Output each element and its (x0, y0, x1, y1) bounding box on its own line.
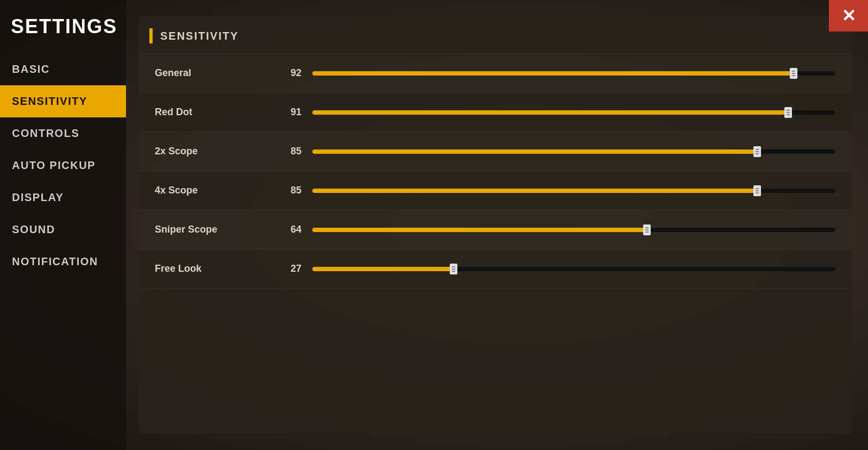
slider-value-red-dot: 91 (274, 107, 301, 118)
slider-thumb-4x-scope[interactable] (753, 185, 761, 196)
slider-row-2x-scope: 2x Scope85 (139, 132, 852, 171)
slider-label-free-look: Free Look (155, 263, 274, 274)
app-title: SETTINGS (0, 5, 126, 53)
section-header: SENSITIVITY (139, 16, 852, 54)
slider-row-general: General92 (139, 54, 852, 93)
slider-value-general: 92 (274, 67, 301, 79)
slider-thumb-general[interactable] (790, 68, 797, 79)
slider-fill-2x-scope (312, 149, 757, 154)
slider-value-free-look: 27 (274, 263, 301, 274)
section-indicator (149, 28, 153, 43)
slider-track-2x-scope[interactable] (312, 149, 835, 154)
slider-fill-free-look (312, 267, 454, 271)
slider-fill-4x-scope (312, 189, 757, 193)
close-button[interactable]: ✕ (829, 0, 868, 32)
main-panel: SENSITIVITY General92Red Dot912x Scope85… (139, 16, 852, 434)
slider-track-general[interactable] (312, 71, 835, 76)
nav-item-notification[interactable]: NOTIFICATION (0, 246, 126, 278)
slider-value-4x-scope: 85 (274, 185, 301, 196)
nav-item-basic[interactable]: BASIC (0, 53, 126, 85)
slider-row-free-look: Free Look27 (139, 249, 852, 289)
close-icon: ✕ (841, 7, 856, 24)
nav-menu: BASICSENSITIVITYCONTROLSAUTO PICKUPDISPL… (0, 53, 126, 278)
slider-value-2x-scope: 85 (274, 146, 301, 157)
slider-thumb-2x-scope[interactable] (753, 146, 761, 157)
slider-fill-red-dot (312, 110, 788, 115)
nav-item-sensitivity[interactable]: SENSITIVITY (0, 85, 126, 117)
slider-label-red-dot: Red Dot (155, 107, 274, 118)
slider-label-4x-scope: 4x Scope (155, 185, 274, 196)
nav-item-sound[interactable]: SOUND (0, 214, 126, 246)
section-title: SENSITIVITY (160, 30, 238, 42)
nav-item-auto-pickup[interactable]: AUTO PICKUP (0, 149, 126, 182)
slider-row-sniper-scope: Sniper Scope64 (139, 210, 852, 249)
slider-fill-general (312, 71, 794, 76)
slider-track-4x-scope[interactable] (312, 189, 835, 193)
slider-row-4x-scope: 4x Scope85 (139, 171, 852, 210)
slider-thumb-free-look[interactable] (450, 264, 457, 274)
slider-track-red-dot[interactable] (312, 110, 835, 115)
slider-label-2x-scope: 2x Scope (155, 146, 274, 157)
slider-thumb-sniper-scope[interactable] (643, 224, 651, 235)
slider-label-general: General (155, 67, 274, 79)
sidebar: SETTINGS BASICSENSITIVITYCONTROLSAUTO PI… (0, 0, 126, 450)
nav-item-controls[interactable]: CONTROLS (0, 117, 126, 149)
slider-label-sniper-scope: Sniper Scope (155, 224, 274, 235)
slider-track-free-look[interactable] (312, 267, 835, 271)
slider-thumb-red-dot[interactable] (784, 107, 792, 118)
slider-value-sniper-scope: 64 (274, 224, 301, 235)
slider-fill-sniper-scope (312, 228, 647, 232)
sliders-list: General92Red Dot912x Scope854x Scope85Sn… (139, 54, 852, 289)
slider-row-red-dot: Red Dot91 (139, 93, 852, 132)
nav-item-display[interactable]: DISPLAY (0, 182, 126, 214)
slider-track-sniper-scope[interactable] (312, 228, 835, 232)
